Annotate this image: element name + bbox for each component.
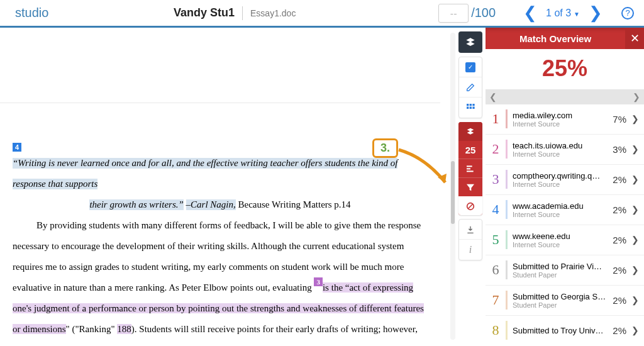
document-page: 4 “Writing is never learned once and for… (0, 28, 440, 344)
source-text: www.keene.eduInternet Source (513, 232, 610, 248)
panel-close-button[interactable]: ✕ (625, 28, 644, 49)
similarity-score-button[interactable]: 25 (458, 141, 482, 159)
quickmark-button[interactable]: ✓ (459, 57, 482, 77)
paper-nav-label: 1 of 3 (546, 8, 571, 18)
layers-button[interactable] (458, 31, 482, 53)
svg-rect-7 (467, 165, 472, 167)
source-color-bar (506, 200, 508, 219)
source-color-bar (506, 140, 508, 159)
grid-icon (465, 103, 475, 113)
source-number: 5 (488, 232, 503, 248)
source-number: 1 (488, 111, 503, 127)
chevron-right-icon: ❯ (631, 144, 639, 154)
main: 4 “Writing is never learned once and for… (0, 28, 644, 344)
source-number: 4 (488, 201, 503, 218)
match-marker-4[interactable]: 4 (13, 143, 21, 152)
source-text: Submitted to Georgia S…Student Paper (513, 292, 610, 309)
chevron-right-icon: ❯ (631, 265, 639, 275)
panel-header: Match Overview ✕ (486, 28, 644, 49)
source-name: comptheory.qwriting.q… (513, 171, 610, 181)
quote-citation: Because Writing Matters p.14 (236, 199, 351, 209)
info-button[interactable]: i (459, 240, 482, 260)
source-text: Submitted to Troy Univ… (513, 326, 610, 335)
source-type: Internet Source (513, 181, 610, 188)
svg-rect-6 (472, 107, 474, 109)
filter-button[interactable] (458, 177, 482, 196)
subbar-prev[interactable]: ❮ (489, 92, 497, 102)
overall-percentage: 25% (486, 49, 644, 89)
highlight-purple: 188 (117, 324, 131, 334)
panel-title: Match Overview (486, 33, 625, 44)
source-row[interactable]: 3comptheory.qwriting.q…Internet Source2%… (486, 165, 644, 195)
source-color-bar (506, 291, 508, 310)
svg-rect-8 (467, 168, 470, 169)
comment-button[interactable] (459, 77, 482, 98)
tool-group-quickmarks: ✓ (458, 57, 482, 118)
source-text: www.academia.eduInternet Source (513, 201, 610, 218)
download-icon (465, 225, 475, 235)
student-name: Vandy Stu1 (174, 6, 235, 20)
source-type: Internet Source (513, 150, 610, 158)
scrollbar[interactable] (450, 33, 455, 340)
svg-rect-1 (467, 104, 469, 106)
download-button[interactable] (459, 220, 482, 240)
paper-nav-dropdown[interactable]: 1 of 3▼ (546, 8, 580, 19)
tool-column: ✓ 25 (455, 28, 486, 344)
source-text: media.wiley.comInternet Source (513, 111, 610, 128)
nosign-icon (465, 201, 475, 211)
svg-line-11 (468, 204, 473, 209)
svg-rect-4 (467, 107, 469, 109)
source-list: 1media.wiley.comInternet Source7%❯2teach… (486, 104, 644, 344)
scrollbar-thumb[interactable] (451, 161, 455, 224)
document-viewport[interactable]: 4 “Writing is never learned once and for… (0, 28, 455, 344)
all-sources-button[interactable] (458, 159, 482, 177)
caret-down-icon: ▼ (574, 11, 580, 18)
source-row[interactable]: 7Submitted to Georgia S…Student Paper2%❯ (486, 286, 644, 316)
source-row[interactable]: 2teach.its.uiowa.eduInternet Source3%❯ (486, 135, 644, 165)
source-percent: 2% (613, 174, 626, 185)
bars-icon (465, 164, 475, 174)
source-row[interactable]: 6Submitted to Prairie Vi…Student Paper2%… (486, 255, 644, 286)
source-row[interactable]: 8Submitted to Troy Univ…2%❯ (486, 316, 644, 344)
top-bar: studio Vandy Stu1 Essay1.doc -- /100 ❮ 1… (0, 0, 644, 28)
chevron-right-icon: ❯ (631, 174, 639, 184)
source-percent: 2% (613, 325, 626, 336)
source-color-bar (506, 170, 508, 189)
source-name: www.keene.edu (513, 232, 610, 241)
source-type: Internet Source (513, 211, 610, 218)
source-text: teach.its.uiowa.eduInternet Source (513, 141, 610, 158)
next-paper-button[interactable]: ❯ (580, 3, 611, 23)
source-percent: 3% (613, 144, 626, 155)
excluded-button[interactable] (458, 196, 482, 215)
source-percent: 7% (613, 114, 626, 125)
funnel-icon (465, 182, 475, 193)
file-name: Essay1.doc (250, 8, 296, 18)
match-marker-3[interactable]: 3 (314, 277, 323, 286)
source-name: Submitted to Troy Univ… (513, 326, 610, 335)
highlight-blue: –Carl Nagin, (186, 199, 236, 210)
layers-icon (465, 126, 475, 137)
chevron-right-icon: ❯ (631, 295, 639, 305)
source-row[interactable]: 1media.wiley.comInternet Source7%❯ (486, 104, 644, 135)
source-row[interactable]: 5www.keene.eduInternet Source2%❯ (486, 225, 644, 255)
rubric-button[interactable] (459, 98, 482, 118)
svg-rect-2 (470, 104, 472, 106)
chevron-right-icon: ❯ (631, 204, 639, 215)
source-name: teach.its.uiowa.edu (513, 141, 610, 150)
subbar-next[interactable]: ❯ (633, 92, 640, 102)
chevron-right-icon: ❯ (631, 325, 639, 335)
source-number: 6 (488, 262, 503, 278)
source-type: Student Paper (513, 271, 610, 279)
help-button[interactable]: ? (621, 7, 634, 20)
source-text: comptheory.qwriting.q…Internet Source (513, 171, 610, 188)
source-type: Internet Source (513, 241, 610, 248)
source-color-bar (506, 109, 508, 128)
similarity-layers-button[interactable] (458, 122, 482, 141)
source-percent: 2% (613, 265, 626, 276)
prev-paper-button[interactable]: ❮ (514, 3, 546, 23)
source-name: www.academia.edu (513, 201, 610, 211)
source-number: 7 (488, 292, 503, 308)
similarity-toolbar: 25 (458, 122, 482, 215)
source-row[interactable]: 4www.academia.eduInternet Source2%❯ (486, 195, 644, 225)
grade-input[interactable]: -- (438, 4, 469, 23)
